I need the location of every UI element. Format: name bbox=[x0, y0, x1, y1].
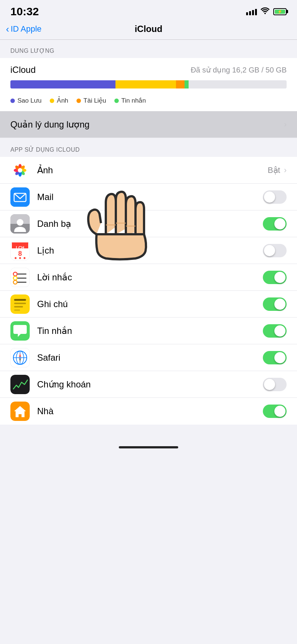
contacts-icon bbox=[10, 214, 30, 234]
storage-progress-bar bbox=[10, 80, 287, 88]
status-icons: ⚡ bbox=[246, 7, 287, 16]
home-icon bbox=[10, 402, 30, 421]
list-item-photos[interactable]: Ảnh Bật › bbox=[0, 157, 297, 184]
storage-label: iCloud bbox=[10, 65, 36, 75]
legend-label-backup: Sao Lưu bbox=[17, 97, 42, 104]
status-time: 10:32 bbox=[10, 5, 39, 18]
progress-container bbox=[0, 77, 297, 93]
legend-docs: Tài Liệu bbox=[76, 97, 106, 104]
svg-rect-43 bbox=[14, 299, 26, 301]
status-bar: 10:32 ⚡ bbox=[0, 0, 297, 21]
legend-dot-backup bbox=[10, 99, 15, 103]
storage-legend: Sao Lưu Ảnh Tài Liệu Tin nhắn bbox=[0, 93, 297, 111]
calendar-icon: LCH 8 T3 bbox=[10, 241, 30, 260]
messages-toggle[interactable] bbox=[263, 324, 287, 338]
progress-docs bbox=[176, 80, 184, 88]
manage-storage-row[interactable]: Quản lý dung lượng › bbox=[0, 111, 297, 138]
legend-dot-messages bbox=[114, 99, 119, 103]
list-item-stocks[interactable]: Chứng khoán bbox=[0, 371, 297, 398]
chevron-right-icon: › bbox=[284, 120, 287, 129]
list-item-home[interactable]: Nhà bbox=[0, 398, 297, 425]
wifi-icon bbox=[261, 7, 270, 16]
notes-icon bbox=[10, 294, 30, 314]
svg-rect-14 bbox=[10, 187, 30, 207]
legend-messages: Tin nhắn bbox=[114, 97, 146, 104]
safari-icon bbox=[10, 348, 30, 367]
svg-point-13 bbox=[18, 168, 22, 173]
storage-row: iCloud Đã sử dụng 16,2 GB / 50 GB bbox=[0, 58, 297, 77]
battery-icon: ⚡ bbox=[273, 8, 287, 15]
legend-backup: Sao Lưu bbox=[10, 97, 42, 104]
app-section-header: APP SỬ DỤNG ICLOUD bbox=[0, 138, 297, 157]
signal-icon bbox=[246, 8, 257, 15]
mail-label: Mail bbox=[37, 192, 263, 202]
storage-used-text: Đã sử dụng 16,2 GB / 50 GB bbox=[191, 65, 287, 74]
safari-toggle[interactable] bbox=[263, 351, 287, 364]
legend-label-photos: Ảnh bbox=[57, 97, 68, 104]
list-item-calendar[interactable]: LCH 8 T3 Lịch bbox=[0, 237, 297, 264]
photos-label: Ảnh bbox=[37, 165, 268, 176]
storage-card: iCloud Đã sử dụng 16,2 GB / 50 GB Sao Lư… bbox=[0, 58, 297, 111]
stocks-icon bbox=[10, 375, 30, 394]
messages-icon bbox=[10, 321, 30, 341]
svg-point-34 bbox=[24, 257, 26, 259]
svg-point-0 bbox=[264, 13, 266, 14]
app-list: Ảnh Bật › Mail bbox=[0, 157, 297, 425]
progress-backup bbox=[10, 80, 115, 88]
progress-messages bbox=[185, 80, 189, 88]
home-indicator bbox=[119, 446, 178, 448]
stocks-toggle[interactable] bbox=[263, 378, 287, 391]
home-indicator-area bbox=[0, 425, 297, 454]
mail-toggle[interactable] bbox=[263, 190, 287, 204]
storage-section-header: DUNG LƯỢNG bbox=[0, 40, 297, 58]
calendar-toggle[interactable] bbox=[263, 244, 287, 257]
home-toggle[interactable] bbox=[263, 405, 287, 418]
home-label: Nhà bbox=[37, 406, 263, 416]
contacts-label: Danh bạ bbox=[37, 219, 263, 229]
photos-value: Bật bbox=[268, 165, 280, 175]
legend-dot-docs bbox=[76, 99, 81, 103]
chevron-left-icon: ‹ bbox=[6, 24, 9, 34]
stocks-label: Chứng khoán bbox=[37, 379, 263, 390]
svg-point-32 bbox=[15, 257, 17, 259]
legend-dot-photos bbox=[50, 99, 54, 103]
list-item-notes[interactable]: Ghi chú bbox=[0, 291, 297, 318]
list-item-mail[interactable]: Mail bbox=[0, 184, 297, 210]
svg-text:T3: T3 bbox=[18, 248, 22, 252]
page-title: iCloud bbox=[135, 24, 163, 34]
svg-rect-46 bbox=[14, 309, 20, 311]
list-item-messages[interactable]: Tin nhắn bbox=[0, 318, 297, 344]
legend-photos: Ảnh bbox=[50, 97, 68, 104]
photos-icon bbox=[10, 161, 30, 180]
list-item-contacts[interactable]: Danh bạ bbox=[0, 210, 297, 237]
contacts-toggle[interactable] bbox=[263, 217, 287, 231]
svg-point-33 bbox=[19, 257, 21, 259]
reminders-label: Lời nhắc bbox=[37, 272, 263, 283]
svg-rect-44 bbox=[14, 303, 26, 304]
svg-point-23 bbox=[17, 219, 23, 226]
svg-rect-45 bbox=[14, 306, 23, 307]
reminders-toggle[interactable] bbox=[263, 271, 287, 284]
nav-bar: ‹ ID Apple iCloud bbox=[0, 21, 297, 40]
back-button[interactable]: ‹ ID Apple bbox=[6, 24, 42, 34]
reminders-icon bbox=[10, 268, 30, 287]
calendar-label: Lịch bbox=[37, 245, 263, 256]
progress-photos bbox=[115, 80, 176, 88]
legend-label-messages: Tin nhắn bbox=[121, 97, 146, 104]
safari-label: Safari bbox=[37, 352, 263, 363]
notes-toggle[interactable] bbox=[263, 297, 287, 311]
messages-label: Tin nhắn bbox=[37, 326, 263, 336]
list-item-reminders[interactable]: Lời nhắc bbox=[0, 264, 297, 291]
notes-label: Ghi chú bbox=[37, 299, 263, 309]
manage-storage-label: Quản lý dung lượng bbox=[10, 119, 284, 130]
legend-label-docs: Tài Liệu bbox=[84, 97, 106, 104]
list-item-safari[interactable]: Safari bbox=[0, 344, 297, 371]
photos-chevron: › bbox=[284, 165, 287, 175]
mail-icon bbox=[10, 187, 30, 207]
